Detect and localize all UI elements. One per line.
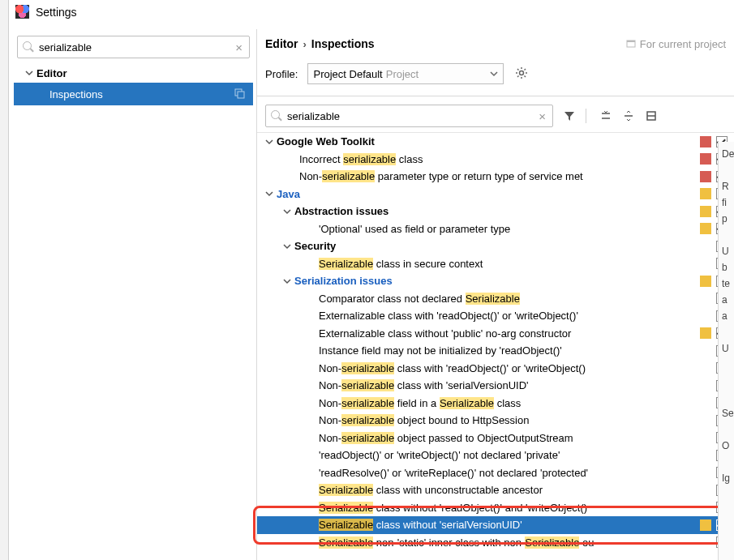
inspection-row[interactable]: Serializable class without 'readObject()… bbox=[257, 499, 734, 517]
inspection-label: Non-serializable object bound to HttpSes… bbox=[319, 414, 697, 426]
description-fragment: O bbox=[719, 438, 734, 455]
settings-main: Editor › Inspections For current project… bbox=[256, 29, 734, 560]
copy-icon bbox=[234, 88, 245, 101]
chevron-down-icon bbox=[283, 207, 291, 216]
dialog-body: × Editor Inspections E bbox=[9, 29, 734, 560]
inspection-row[interactable]: Non-serializable class with 'readObject(… bbox=[257, 360, 734, 378]
inspection-label: Serializable class without 'serialVersio… bbox=[319, 519, 697, 531]
inspection-label: 'readResolve()' or 'writeReplace()' not … bbox=[319, 467, 697, 479]
description-fragment: De bbox=[719, 147, 734, 163]
profile-combo[interactable]: Project DefaultProject bbox=[307, 63, 504, 84]
severity-indicator bbox=[700, 276, 711, 287]
inspection-row[interactable]: Non-serializable field in a Serializable… bbox=[257, 395, 734, 413]
inspection-row[interactable]: Serialization issues bbox=[257, 272, 734, 290]
inspection-row[interactable]: Instance field may not be initialized by… bbox=[257, 342, 734, 360]
inspection-row[interactable]: Non-serializable object passed to Object… bbox=[257, 430, 734, 447]
inspection-label: 'readObject()' or 'writeObject()' not de… bbox=[319, 449, 697, 461]
inspection-label: Serialization issues bbox=[294, 275, 697, 287]
inspection-row[interactable]: Java bbox=[257, 186, 734, 203]
sidebar-item-editor[interactable]: Editor bbox=[14, 63, 253, 83]
reset-icon[interactable] bbox=[645, 109, 658, 122]
svg-line-9 bbox=[517, 69, 519, 71]
inspection-row[interactable]: Serializable non-'static' inner class wi… bbox=[257, 534, 734, 552]
inspection-row[interactable]: Serializable class with unconstructable … bbox=[257, 481, 734, 499]
inspection-row[interactable]: Abstraction issues bbox=[257, 203, 734, 220]
inspection-row[interactable]: Non-serializable class with 'serialVersi… bbox=[257, 377, 734, 395]
inspection-row[interactable]: 'readResolve()' or 'writeReplace()' not … bbox=[257, 464, 734, 482]
description-fragment: U bbox=[719, 341, 734, 357]
inspection-label: Google Web Toolkit bbox=[277, 135, 697, 147]
inspection-row[interactable]: Serializable class in secure context bbox=[257, 255, 734, 273]
inspection-label: Instance field may not be initialized by… bbox=[319, 344, 697, 357]
inspection-row[interactable]: Incorrect serializable class bbox=[257, 151, 734, 169]
for-current-project-label: For current project bbox=[625, 38, 726, 50]
chevron-down-icon bbox=[283, 277, 291, 285]
description-fragment bbox=[719, 422, 734, 438]
clear-icon[interactable]: × bbox=[537, 109, 547, 123]
severity-indicator bbox=[700, 171, 711, 182]
inspections-tree[interactable]: Google Web ToolkitIncorrect serializable… bbox=[257, 132, 734, 560]
inspection-label: Security bbox=[294, 240, 697, 252]
inspection-label: 'Optional' used as field or parameter ty… bbox=[319, 223, 697, 235]
breadcrumb: Editor bbox=[265, 37, 298, 50]
inspection-row[interactable]: Google Web Toolkit bbox=[257, 133, 734, 151]
inspection-label: Comparator class not declared Serializab… bbox=[319, 293, 697, 305]
inspection-row[interactable]: Externalizable class without 'public' no… bbox=[257, 325, 734, 343]
inspection-label: Java bbox=[277, 188, 697, 200]
sidebar-item-inspections[interactable]: Inspections bbox=[14, 83, 253, 105]
settings-sidebar: × Editor Inspections bbox=[9, 29, 256, 560]
breadcrumb-separator: › bbox=[303, 38, 306, 50]
inspection-row[interactable]: Security bbox=[257, 237, 734, 255]
filter-icon[interactable] bbox=[563, 109, 576, 122]
chevron-down-icon bbox=[25, 69, 33, 77]
collapse-all-icon[interactable] bbox=[622, 109, 635, 122]
chevron-down-icon bbox=[265, 138, 273, 146]
inspection-row[interactable]: Non-serializable object bound to HttpSes… bbox=[257, 412, 734, 430]
description-fragment: fi bbox=[719, 195, 734, 212]
chevron-down-icon bbox=[265, 190, 273, 198]
expand-all-icon[interactable] bbox=[599, 109, 612, 122]
inspection-label: Non-serializable parameter type or retur… bbox=[299, 170, 697, 182]
severity-indicator bbox=[700, 223, 711, 234]
inspections-toolbar: × bbox=[257, 96, 734, 132]
description-panel-sliver: DeRfipUbteaaUSeOIg bbox=[718, 142, 734, 560]
inspection-row[interactable]: 'Optional' used as field or parameter ty… bbox=[257, 220, 734, 238]
inspection-label: Incorrect serializable class bbox=[299, 153, 697, 165]
sidebar-search[interactable]: × bbox=[17, 36, 250, 58]
inspection-row[interactable]: Serializable class without 'serialVersio… bbox=[257, 516, 734, 534]
title-bar: Settings bbox=[9, 0, 734, 27]
inspection-label: Externalizable class without 'public' no… bbox=[319, 327, 697, 340]
inspections-search-input[interactable] bbox=[287, 110, 537, 122]
description-fragment bbox=[719, 455, 734, 471]
inspection-row[interactable]: Non-serializable parameter type or retur… bbox=[257, 168, 734, 186]
description-fragment bbox=[719, 228, 734, 244]
inspection-label: Serializable class without 'readObject()… bbox=[319, 502, 697, 514]
profile-row: Profile: Project DefaultProject bbox=[257, 62, 734, 96]
inspection-label: Externalizable class with 'readObject()'… bbox=[319, 310, 697, 322]
svg-point-4 bbox=[520, 71, 524, 75]
window-title: Settings bbox=[36, 6, 77, 19]
clear-icon[interactable]: × bbox=[234, 41, 244, 54]
inspection-row[interactable]: 'readObject()' or 'writeObject()' not de… bbox=[257, 447, 734, 464]
inspection-row[interactable]: Externalizable class with 'readObject()'… bbox=[257, 307, 734, 325]
description-fragment: Se bbox=[719, 406, 734, 422]
search-icon bbox=[271, 110, 282, 122]
severity-indicator bbox=[700, 327, 711, 339]
inspection-row[interactable]: Comparator class not declared Serializab… bbox=[257, 290, 734, 308]
breadcrumb: Inspections bbox=[311, 37, 375, 50]
inspections-search[interactable]: × bbox=[265, 105, 553, 127]
inspection-label: Non-serializable object passed to Object… bbox=[319, 432, 697, 444]
inspection-label: Non-serializable class with 'readObject(… bbox=[319, 362, 697, 374]
description-fragment bbox=[719, 163, 734, 179]
inspection-label: Serializable non-'static' inner class wi… bbox=[319, 536, 697, 549]
description-fragment: b bbox=[719, 260, 734, 276]
svg-line-10 bbox=[525, 75, 526, 77]
sidebar-search-input[interactable] bbox=[39, 41, 234, 53]
breadcrumb-row: Editor › Inspections For current project bbox=[257, 29, 734, 62]
chevron-down-icon bbox=[490, 68, 498, 80]
separator bbox=[586, 109, 586, 123]
profile-label: Profile: bbox=[265, 68, 298, 80]
gear-icon[interactable] bbox=[515, 66, 528, 82]
svg-line-12 bbox=[525, 69, 526, 71]
sidebar-tree: Editor Inspections bbox=[14, 63, 253, 105]
